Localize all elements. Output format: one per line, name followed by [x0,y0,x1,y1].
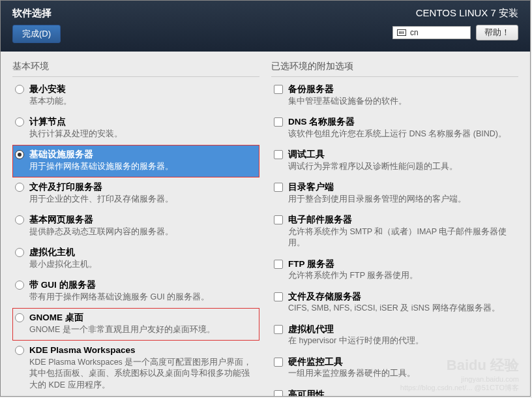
base-environment-column: 基本环境 最小安装基本功能。计算节点执行计算及处理的安装。基础设施服务器用于操作… [12,61,259,396]
checkbox-icon [274,390,283,396]
addon-item[interactable]: 虚拟机代理在 hypervisor 中运行时使用的代理。 [271,320,518,352]
addon-item-desc: 一组用来监控服务器硬件的工具。 [288,368,514,380]
checkbox-icon [274,150,283,159]
addon-item-title: 备份服务器 [288,84,514,95]
checkbox-icon [274,117,283,127]
radio-icon [15,313,24,322]
radio-icon [15,215,24,224]
help-button[interactable]: 帮助！ [476,25,518,40]
addon-item-title: 高可用性 [288,389,514,396]
checkbox-icon [274,292,283,301]
checkbox-icon [274,215,283,224]
radio-icon [15,281,24,290]
checkbox-icon [274,85,283,94]
checkbox-icon [274,325,283,334]
addon-item-title: 调试工具 [288,149,514,161]
done-button[interactable]: 完成(D) [12,25,61,43]
env-item-desc: 带有用于操作网络基础设施服务 GUI 的服务器。 [29,292,256,303]
base-env-item[interactable]: 最小安装基本功能。 [12,80,259,112]
checkbox-icon [274,183,283,192]
addon-item-desc: CIFS, SMB, NFS, iSCSI, iSER 及 iSNS 网络存储服… [288,303,514,314]
addon-item[interactable]: 目录客户端用于整合到使用目录服务管理的网络的客户端。 [271,177,518,210]
base-env-item[interactable]: 文件及打印服务器用于企业的文件、打印及存储服务器。 [12,177,259,210]
addon-item-desc: 调试行为异常程序以及诊断性能问题的工具。 [288,161,514,173]
env-item-title: 带 GUI 的服务器 [29,279,256,291]
env-item-title: 计算节点 [29,116,256,128]
base-env-item[interactable]: KDE Plasma WorkspacesKDE Plasma Workspac… [12,341,259,396]
addon-item-desc: 用于整合到使用目录服务管理的网络的客户端。 [288,194,514,206]
addon-item-desc: 允许将系统作为 FTP 服务器使用。 [288,270,514,282]
base-env-item[interactable]: 基础设施服务器用于操作网络基础设施服务的服务器。 [12,145,259,177]
keyboard-layout-label: cn [410,28,419,37]
env-item-desc: 提供静态及动态互联网内容的服务器。 [29,226,256,238]
product-title: CENTOS LINUX 7 安装 [392,7,518,20]
addons-column: 已选环境的附加选项 备份服务器集中管理基础设施备份的软件。DNS 名称服务器该软… [271,61,518,396]
addon-item-desc: 集中管理基础设施备份的软件。 [288,96,514,108]
radio-icon [15,117,24,127]
env-item-title: 最小安装 [29,84,256,95]
base-env-item[interactable]: 基本网页服务器提供静态及动态互联网内容的服务器。 [12,210,259,243]
addon-item[interactable]: 文件及存储服务器CIFS, SMB, NFS, iSCSI, iSER 及 iS… [271,287,518,320]
checkbox-icon [274,358,283,367]
addon-item-desc: 该软件包组允许您在系统上运行 DNS 名称服务器 (BIND)。 [288,129,514,140]
base-env-list[interactable]: 最小安装基本功能。计算节点执行计算及处理的安装。基础设施服务器用于操作网络基础设… [12,80,259,396]
keyboard-layout-selector[interactable]: cn [392,26,471,39]
radio-icon [15,150,24,159]
keyboard-icon [397,29,406,36]
addon-item-title: FTP 服务器 [288,258,514,270]
addon-item[interactable]: 硬件监控工具一组用来监控服务器硬件的工具。 [271,352,518,385]
addon-item[interactable]: 调试工具调试行为异常程序以及诊断性能问题的工具。 [271,145,518,177]
base-env-item[interactable]: 虚拟化主机最小虚拟化主机。 [12,243,259,275]
addons-list[interactable]: 备份服务器集中管理基础设施备份的软件。DNS 名称服务器该软件包组允许您在系统上… [271,80,518,396]
addon-item[interactable]: 备份服务器集中管理基础设施备份的软件。 [271,80,518,112]
radio-icon [15,248,24,257]
env-item-desc: 最小虚拟化主机。 [29,259,256,271]
env-item-title: 基础设施服务器 [29,149,256,161]
addon-item[interactable]: 电子邮件服务器允许将系统作为 SMTP 和（或者）IMAP 电子邮件服务器使用。 [271,210,518,254]
base-env-item[interactable]: 计算节点执行计算及处理的安装。 [12,112,259,145]
addon-item-title: DNS 名称服务器 [288,116,514,128]
addons-heading: 已选环境的附加选项 [271,61,518,77]
env-item-title: 文件及打印服务器 [29,181,256,193]
radio-icon [15,183,24,192]
env-item-desc: 基本功能。 [29,96,256,108]
radio-icon [15,346,24,355]
addon-item-title: 文件及存储服务器 [288,291,514,303]
addon-item-title: 硬件监控工具 [288,356,514,368]
addon-item[interactable]: FTP 服务器允许将系统作为 FTP 服务器使用。 [271,254,518,287]
env-item-desc: 用于企业的文件、打印及存储服务器。 [29,194,256,206]
env-item-title: 虚拟化主机 [29,247,256,258]
base-env-item[interactable]: 带 GUI 的服务器带有用于操作网络基础设施服务 GUI 的服务器。 [12,275,259,308]
radio-icon [15,85,24,94]
addon-item-title: 电子邮件服务器 [288,214,514,226]
addon-item-title: 虚拟机代理 [288,324,514,335]
env-item-desc: 执行计算及处理的安装。 [29,129,256,140]
addon-item[interactable]: DNS 名称服务器该软件包组允许您在系统上运行 DNS 名称服务器 (BIND)… [271,112,518,145]
addon-item-title: 目录客户端 [288,181,514,193]
env-item-title: 基本网页服务器 [29,214,256,226]
env-item-desc: KDE Plasma Workspaces 是一个高度可配置图形用户界面，其中包… [29,357,256,391]
header: 软件选择 完成(D) CENTOS LINUX 7 安装 cn 帮助！ [1,1,530,52]
addon-item-desc: 在 hypervisor 中运行时使用的代理。 [288,335,514,347]
env-item-title: KDE Plasma Workspaces [29,344,256,356]
addon-item[interactable]: 高可用性 [271,385,518,396]
env-item-title: GNOME 桌面 [29,312,256,324]
env-item-desc: GNOME 是一个非常直观且用户友好的桌面环境。 [29,324,256,336]
checkbox-icon [274,260,283,269]
base-env-heading: 基本环境 [12,61,259,77]
env-item-desc: 用于操作网络基础设施服务的服务器。 [29,161,256,173]
base-env-item[interactable]: GNOME 桌面GNOME 是一个非常直观且用户友好的桌面环境。 [12,308,259,341]
addon-item-desc: 允许将系统作为 SMTP 和（或者）IMAP 电子邮件服务器使用。 [288,226,514,249]
